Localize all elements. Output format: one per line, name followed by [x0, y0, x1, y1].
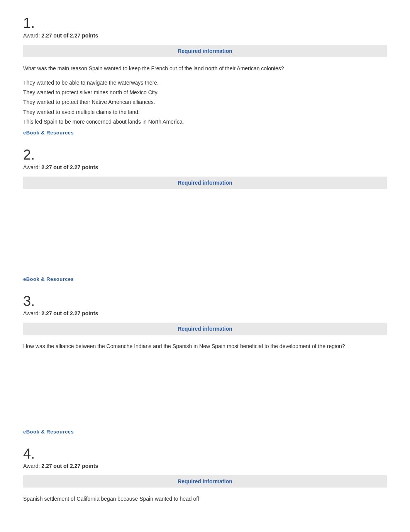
question-text-1: What was the main reason Spain wanted to… [23, 64, 387, 73]
ebook-resources-2[interactable]: eBook & Resources [23, 276, 387, 282]
choice-1-1: They wanted to be able to navigate the w… [23, 78, 387, 88]
question-3: 3. Award: 2.27 out of 2.27 points Requir… [23, 294, 387, 435]
question-text-4: Spanish settlement of California began b… [23, 495, 387, 503]
award-line-2: Award: 2.27 out of 2.27 points [23, 164, 387, 170]
award-value-1: 2.27 out of 2.27 points [41, 32, 98, 39]
choice-1-2: They wanted to protect silver mines nort… [23, 88, 387, 97]
choice-1-5: This led Spain to be more concerned abou… [23, 117, 387, 127]
question-number-3: 3. [23, 294, 387, 309]
question-4: 4. Award: 2.27 out of 2.27 points Requir… [23, 446, 387, 503]
required-info-label-3: Required information [178, 326, 232, 332]
required-info-bar-3: Required information [23, 323, 387, 335]
ebook-resources-3[interactable]: eBook & Resources [23, 429, 387, 435]
required-info-label-4: Required information [178, 478, 232, 484]
question-number-2: 2. [23, 147, 387, 163]
required-info-bar-4: Required information [23, 475, 387, 488]
required-info-bar-1: Required information [23, 45, 387, 57]
required-info-label-2: Required information [178, 180, 232, 186]
question-number-4: 4. [23, 446, 387, 462]
award-value-4: 2.27 out of 2.27 points [41, 463, 98, 469]
choice-1-3: They wanted to protect their Native Amer… [23, 97, 387, 107]
ebook-resources-1[interactable]: eBook & Resources [23, 130, 387, 136]
question-2-content [23, 196, 387, 273]
question-number-1: 1. [23, 15, 387, 31]
question-3-content [23, 356, 387, 426]
choice-1-4: They wanted to avoid multiple claims to … [23, 107, 387, 117]
award-line-4: Award: 2.27 out of 2.27 points [23, 463, 387, 469]
required-info-label-1: Required information [178, 48, 232, 54]
award-value-3: 2.27 out of 2.27 points [41, 310, 98, 316]
award-value-2: 2.27 out of 2.27 points [41, 164, 98, 170]
required-info-bar-2: Required information [23, 177, 387, 189]
question-2: 2. Award: 2.27 out of 2.27 points Requir… [23, 147, 387, 282]
answer-choices-1: They wanted to be able to navigate the w… [23, 78, 387, 127]
question-text-3: How was the alliance between the Comanch… [23, 342, 387, 350]
award-line-1: Award: 2.27 out of 2.27 points [23, 32, 387, 39]
award-line-3: Award: 2.27 out of 2.27 points [23, 310, 387, 316]
question-1: 1. Award: 2.27 out of 2.27 points Requir… [23, 15, 387, 136]
